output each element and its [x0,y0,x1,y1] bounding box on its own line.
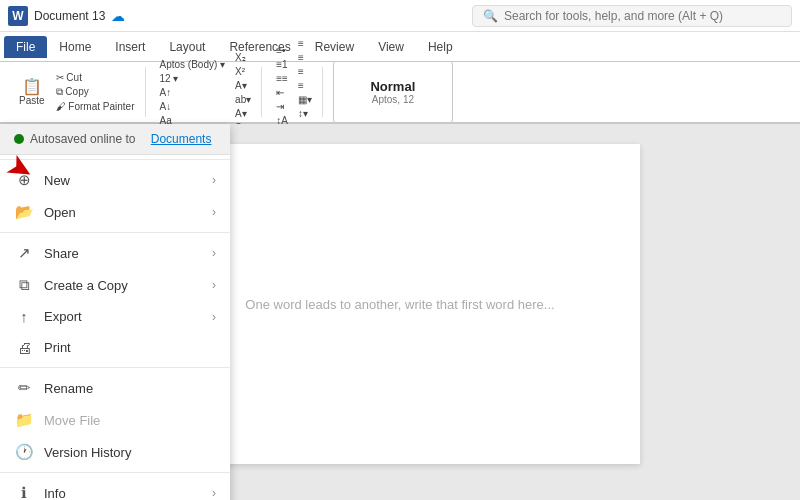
word-icon: W [8,6,28,26]
cloud-icon: ☁ [111,8,125,24]
print-icon: 🖨 [14,339,34,356]
info-arrow: › [212,486,216,500]
version-history-icon: 🕐 [14,443,34,461]
align-right-button[interactable]: ≡ [294,65,316,78]
menu-item-move-file: 📁 Move File [0,404,230,436]
search-input[interactable] [504,9,781,23]
font-family-select[interactable]: Aptos (Body) ▾ [156,58,230,71]
menu-item-info[interactable]: ℹ Info › [0,477,230,500]
menu-item-create-copy[interactable]: ⧉ Create a Copy › [0,269,230,301]
line-spacing-button[interactable]: ↕▾ [294,107,316,120]
info-icon: ℹ [14,484,34,500]
tab-file[interactable]: File [4,36,47,58]
autosave-header: Autosaved online to Documents [0,124,230,155]
export-arrow: › [212,310,216,324]
column-button[interactable]: ▦▾ [294,93,316,106]
title-bar: W Document 13 ☁ 🔍 [0,0,800,32]
font-shading-button[interactable]: A▾ [231,107,255,120]
menu-label-move-file: Move File [44,413,100,428]
tab-view[interactable]: View [366,36,416,58]
main-area: ➤ Autosaved online to Documents ⊕ New › … [0,124,800,500]
paragraph-group: ≡• ≡1 ≡≡ ⇤ ⇥ ↕A ¶ ≡ ≡ ≡ ≡ ▦▾ ↕▾ ▥▾ ⊞▾ [266,67,323,117]
font-color-button[interactable]: A▾ [231,79,255,92]
tab-layout[interactable]: Layout [157,36,217,58]
superscript-button[interactable]: X² [231,65,255,78]
align-center-button[interactable]: ≡ [294,51,316,64]
menu-label-create-copy: Create a Copy [44,278,128,293]
rename-icon: ✏ [14,379,34,397]
menu-label-version-history: Version History [44,445,131,460]
decrease-font-button[interactable]: A↓ [156,100,230,113]
align-left-button[interactable]: ≡ [294,37,316,50]
menu-label-open: Open [44,205,76,220]
menu-separator-2 [0,367,230,368]
share-icon: ↗ [14,244,34,262]
search-bar[interactable]: 🔍 [472,5,792,27]
tab-help[interactable]: Help [416,36,465,58]
bullets-button[interactable]: ≡• [272,44,292,57]
normal-style-box[interactable]: Normal Aptos, 12 [333,61,453,123]
autosave-link[interactable]: Documents [151,132,212,146]
menu-label-info: Info [44,486,66,501]
ribbon-toolbar: 📋Paste ✂ Cut ⧉ Copy 🖌 Format Painter Apt… [0,62,800,124]
share-arrow: › [212,246,216,260]
numbering-button[interactable]: ≡1 [272,58,292,71]
increase-indent-button[interactable]: ⇥ [272,100,292,113]
menu-item-open[interactable]: 📂 Open › [0,196,230,228]
menu-label-rename: Rename [44,381,93,396]
style-name: Normal [370,79,415,94]
style-sub: Aptos, 12 [372,94,414,105]
font-row2: X₂ X² A▾ ab▾ A▾ S [231,51,255,134]
justify-button[interactable]: ≡ [294,79,316,92]
font-size-select[interactable]: 12 ▾ [156,72,230,85]
menu-item-share[interactable]: ↗ Share › [0,237,230,269]
font-row1: Aptos (Body) ▾ 12 ▾ A↑ A↓ Aa [156,58,230,127]
autosave-text: Autosaved online to [30,132,135,146]
open-icon: 📂 [14,203,34,221]
create-copy-icon: ⧉ [14,276,34,294]
cut-button[interactable]: ✂ Cut [52,71,139,84]
doc-page[interactable]: One word leads to another, write that fi… [160,144,640,464]
copy-button[interactable]: ⧉ Copy [52,85,139,99]
menu-label-print: Print [44,340,71,355]
clipboard-actions: ✂ Cut ⧉ Copy 🖌 Format Painter [52,71,139,113]
subscript-button[interactable]: X₂ [231,51,255,64]
menu-item-print[interactable]: 🖨 Print [0,332,230,363]
title-bar-left: W Document 13 ☁ [8,6,464,26]
tab-home[interactable]: Home [47,36,103,58]
autosave-dot [14,134,24,144]
menu-separator-1 [0,232,230,233]
decrease-indent-button[interactable]: ⇤ [272,86,292,99]
create-copy-arrow: › [212,278,216,292]
increase-font-button[interactable]: A↑ [156,86,230,99]
search-icon: 🔍 [483,9,498,23]
new-arrow: › [212,173,216,187]
doc-title: Document 13 [34,9,105,23]
clipboard-group: 📋Paste ✂ Cut ⧉ Copy 🖌 Format Painter [8,67,146,117]
format-painter-button[interactable]: 🖌 Format Painter [52,100,139,113]
tab-insert[interactable]: Insert [103,36,157,58]
menu-item-rename[interactable]: ✏ Rename [0,372,230,404]
paste-button[interactable]: 📋Paste [14,70,50,114]
menu-separator-3 [0,472,230,473]
menu-label-share: Share [44,246,79,261]
multilevel-button[interactable]: ≡≡ [272,72,292,85]
export-icon: ↑ [14,308,34,325]
doc-placeholder: One word leads to another, write that fi… [245,297,554,312]
menu-label-new: New [44,173,70,188]
font-group: Aptos (Body) ▾ 12 ▾ A↑ A↓ Aa X₂ X² A▾ ab… [150,67,263,117]
menu-item-version-history[interactable]: 🕐 Version History [0,436,230,468]
ribbon-tabs: File Home Insert Layout References Revie… [0,32,800,62]
styles-group: Normal Aptos, 12 [327,67,459,117]
move-file-icon: 📁 [14,411,34,429]
file-menu: ➤ Autosaved online to Documents ⊕ New › … [0,124,230,500]
menu-item-new[interactable]: ⊕ New › [0,164,230,196]
menu-label-export: Export [44,309,82,324]
highlight-button[interactable]: ab▾ [231,93,255,106]
menu-item-export[interactable]: ↑ Export › [0,301,230,332]
open-arrow: › [212,205,216,219]
